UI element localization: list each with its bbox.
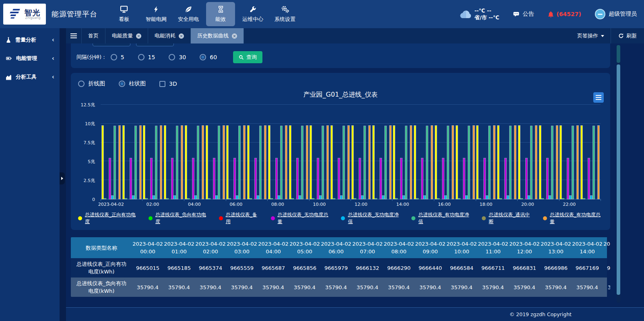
bar[interactable] [373,126,374,199]
bar[interactable] [271,199,272,199]
bar[interactable] [539,126,541,199]
nav-item-bolt[interactable]: 智能电网 [142,2,171,26]
chart-type-柱状图[interactable]: 柱状图 [119,80,146,87]
bar[interactable] [109,158,111,199]
bar[interactable] [581,126,582,199]
bar[interactable] [257,196,259,199]
date-to-input[interactable]: 2023-04-02 [136,43,174,46]
bar[interactable] [132,196,134,199]
bar[interactable] [146,199,147,199]
bar[interactable] [352,126,353,199]
bar[interactable] [322,126,324,199]
bar[interactable] [486,196,488,199]
bar[interactable] [317,158,319,199]
bar[interactable] [403,196,405,199]
bar[interactable] [331,126,332,199]
bar[interactable] [445,196,446,199]
bar[interactable] [528,196,530,199]
bar[interactable] [361,196,363,199]
bar[interactable] [572,126,574,199]
bar[interactable] [153,196,155,199]
bar[interactable] [551,126,553,199]
bar[interactable] [424,196,425,199]
interval-radio-15[interactable]: 15 [138,54,155,60]
bar[interactable] [489,126,490,199]
bar[interactable] [547,158,548,199]
legend-item[interactable]: 总进线仪表_负向有功电度 [149,211,208,225]
legend-item[interactable]: 总进线仪表_备用 [219,211,260,225]
bar[interactable] [264,126,266,199]
bar[interactable] [382,196,384,199]
bar[interactable] [426,126,428,199]
bar[interactable] [312,199,314,199]
chart-menu-icon[interactable] [593,92,604,103]
bar[interactable] [195,196,196,199]
sidebar-collapse-handle[interactable] [60,172,65,184]
bar[interactable] [447,126,449,199]
search-button[interactable]: 查询 [233,51,262,63]
bar[interactable] [202,126,204,199]
bar[interactable] [477,126,478,199]
legend-item[interactable]: 总进线仪表_有功电度总量 [543,211,603,225]
bar[interactable] [359,158,361,199]
bar[interactable] [111,196,113,199]
bar[interactable] [598,126,599,199]
hamburger-icon[interactable] [66,28,81,43]
bar[interactable] [556,126,558,199]
bar[interactable] [514,126,516,199]
bar[interactable] [208,199,210,199]
bar[interactable] [456,126,458,199]
nav-item-gears[interactable]: 系统设置 [270,2,299,26]
tab-0[interactable]: 首页 [81,28,105,43]
bar[interactable] [276,158,277,199]
nav-item-wrench[interactable]: 运维中心 [238,2,267,26]
bar[interactable] [297,158,298,199]
bar[interactable] [292,199,293,199]
interval-radio-30[interactable]: 30 [169,54,186,60]
bar[interactable] [562,199,564,199]
bar[interactable] [102,126,103,199]
bar[interactable] [497,126,499,199]
bar[interactable] [458,199,460,199]
chart-3d-checkbox[interactable]: 3D [159,81,177,87]
bar[interactable] [244,126,245,199]
legend-item[interactable]: 总进线仪表_正向有功电度 [78,211,138,225]
bar[interactable] [227,126,228,199]
bar[interactable] [385,126,386,199]
bar[interactable] [301,126,303,199]
bar[interactable] [278,196,280,199]
sidebar-item-0[interactable]: 需量分析 ‹ [0,31,60,49]
date-from-input[interactable]: 2023-04-02 [93,43,130,46]
vertical-scrollbar[interactable] [617,45,620,303]
bar[interactable] [438,199,439,199]
bar[interactable] [338,158,340,199]
bar[interactable] [130,158,132,199]
bar[interactable] [393,126,395,199]
close-icon[interactable]: × [232,33,237,39]
bar[interactable] [213,158,215,199]
bar[interactable] [505,158,506,199]
bar[interactable] [468,126,470,199]
bar[interactable] [216,196,217,199]
bar[interactable] [421,158,423,199]
bar[interactable] [268,126,270,199]
bar[interactable] [593,126,594,199]
bar[interactable] [400,158,402,199]
bar[interactable] [390,126,391,199]
bar[interactable] [299,196,301,199]
legend-item[interactable]: 总进线仪表_有功电度净值 [411,211,471,225]
bar[interactable] [310,126,312,199]
close-icon[interactable]: × [136,33,141,39]
bar[interactable] [135,126,136,199]
bar[interactable] [285,126,287,199]
bar[interactable] [484,158,485,199]
bar[interactable] [320,196,321,199]
bar[interactable] [151,158,152,199]
bar[interactable] [229,199,231,199]
bar[interactable] [535,126,537,199]
bar[interactable] [526,158,527,199]
nav-item-monitor[interactable]: 看板 [109,2,138,26]
bar[interactable] [306,126,308,199]
nav-item-leaf[interactable]: 安全用电 [174,2,203,26]
bar[interactable] [192,158,194,199]
